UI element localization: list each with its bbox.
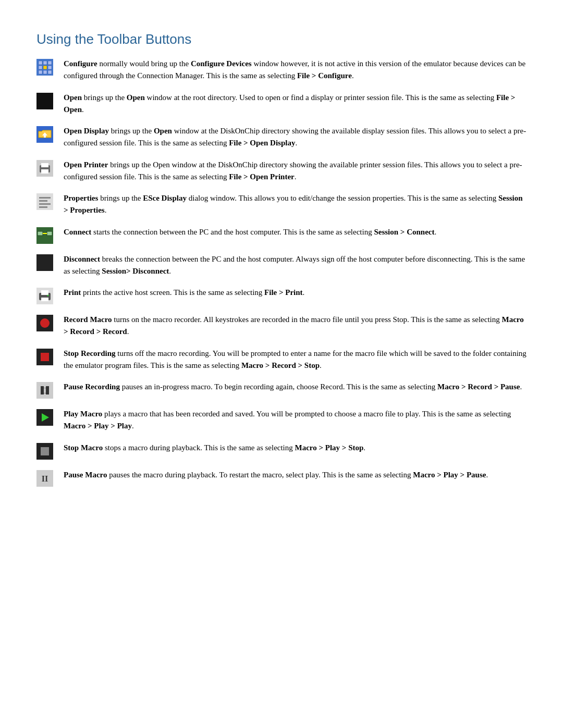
- svg-rect-19: [39, 197, 51, 199]
- properties-icon: [36, 192, 64, 210]
- svg-rect-31: [41, 298, 48, 301]
- svg-rect-5: [43, 66, 47, 69]
- toolbar-item-text-pause-macro: Pause Macro pauses the macro during play…: [64, 469, 527, 481]
- svg-rect-21: [39, 203, 51, 205]
- toolbar-item-text-properties: Properties brings up the ESce Display di…: [64, 192, 527, 217]
- svg-rect-6: [43, 70, 47, 74]
- toolbar-item-print: Print prints the active host screen. Thi…: [36, 287, 527, 304]
- toolbar-item-text-open-display: Open Display brings up the Open window a…: [64, 125, 527, 150]
- svg-rect-17: [41, 169, 48, 174]
- toolbar-item-record-macro: Record Macro turns on the macro recorder…: [36, 314, 527, 338]
- record-macro-icon: [36, 314, 64, 331]
- toolbar-item-open-printer: Open Printer brings up the Open window a…: [36, 159, 527, 183]
- toolbar-item-connect: Connect starts the connection between th…: [36, 226, 527, 244]
- svg-rect-1: [39, 61, 42, 65]
- toolbar-item-text-print: Print prints the active host screen. Thi…: [64, 287, 527, 299]
- svg-text:II: II: [42, 386, 48, 395]
- toolbar-item-text-open-printer: Open Printer brings up the Open window a…: [64, 159, 527, 183]
- svg-rect-8: [48, 66, 52, 69]
- toolbar-item-configure: Configure normally would bring up the Co…: [36, 58, 527, 82]
- svg-rect-44: [41, 447, 49, 455]
- svg-text:II: II: [42, 474, 48, 483]
- open-icon: [36, 92, 64, 109]
- open-printer-icon: [36, 159, 64, 177]
- svg-point-32: [47, 295, 49, 297]
- print-icon: [36, 287, 64, 304]
- toolbar-item-disconnect: Disconnect breaks the connection between…: [36, 253, 527, 278]
- svg-rect-20: [39, 200, 47, 202]
- toolbar-item-pause-recording: IIPause Recording pauses an in-progress …: [36, 381, 527, 399]
- svg-point-34: [40, 318, 50, 328]
- open-display-icon: [36, 125, 64, 143]
- play-macro-icon: [36, 408, 64, 426]
- svg-rect-2: [39, 66, 42, 69]
- svg-rect-30: [41, 290, 48, 295]
- svg-rect-25: [47, 231, 52, 236]
- svg-rect-9: [48, 70, 52, 74]
- toolbar-item-text-stop-recording: Stop Recording turns off the macro recor…: [64, 348, 527, 372]
- toolbar-item-stop-macro: Stop Macro stops a macro during playback…: [36, 442, 527, 460]
- svg-rect-24: [38, 231, 43, 236]
- toolbar-item-text-record-macro: Record Macro turns on the macro recorder…: [64, 314, 527, 338]
- toolbar-item-stop-recording: Stop Recording turns off the macro recor…: [36, 348, 527, 372]
- configure-icon: [36, 58, 64, 76]
- toolbar-item-text-configure: Configure normally would bring up the Co…: [64, 58, 527, 82]
- pause-recording-icon: II: [36, 381, 64, 399]
- disconnect-icon: [36, 253, 64, 271]
- stop-recording-icon: [36, 348, 64, 365]
- stop-macro-icon: [36, 442, 64, 460]
- toolbar-item-open-display: Open Display brings up the Open window a…: [36, 125, 527, 150]
- svg-rect-27: [36, 254, 53, 271]
- toolbar-item-pause-macro: IIPause Macro pauses the macro during pl…: [36, 469, 527, 487]
- pause-macro-icon: II: [36, 469, 64, 487]
- svg-rect-4: [43, 61, 47, 65]
- toolbar-item-properties: Properties brings up the ESce Display di…: [36, 192, 527, 217]
- svg-rect-22: [39, 206, 47, 208]
- toolbar-item-open: Open brings up the Open window at the ro…: [36, 92, 527, 116]
- toolbar-item-text-play-macro: Play Macro plays a macro that has been r…: [64, 408, 527, 433]
- toolbar-item-play-macro: Play Macro plays a macro that has been r…: [36, 408, 527, 433]
- svg-rect-36: [41, 353, 49, 361]
- svg-rect-10: [36, 93, 53, 109]
- toolbar-item-text-open: Open brings up the Open window at the ro…: [64, 92, 527, 116]
- svg-rect-7: [48, 61, 52, 65]
- svg-rect-3: [39, 70, 42, 74]
- connect-icon: [36, 226, 64, 244]
- toolbar-item-text-connect: Connect starts the connection between th…: [64, 226, 527, 238]
- toolbar-item-text-pause-recording: Pause Recording pauses an in-progress ma…: [64, 381, 527, 393]
- page-title: Using the Toolbar Buttons: [36, 31, 527, 47]
- svg-rect-16: [41, 163, 48, 167]
- toolbar-item-text-stop-macro: Stop Macro stops a macro during playback…: [64, 442, 527, 454]
- toolbar-item-text-disconnect: Disconnect breaks the connection between…: [64, 253, 527, 278]
